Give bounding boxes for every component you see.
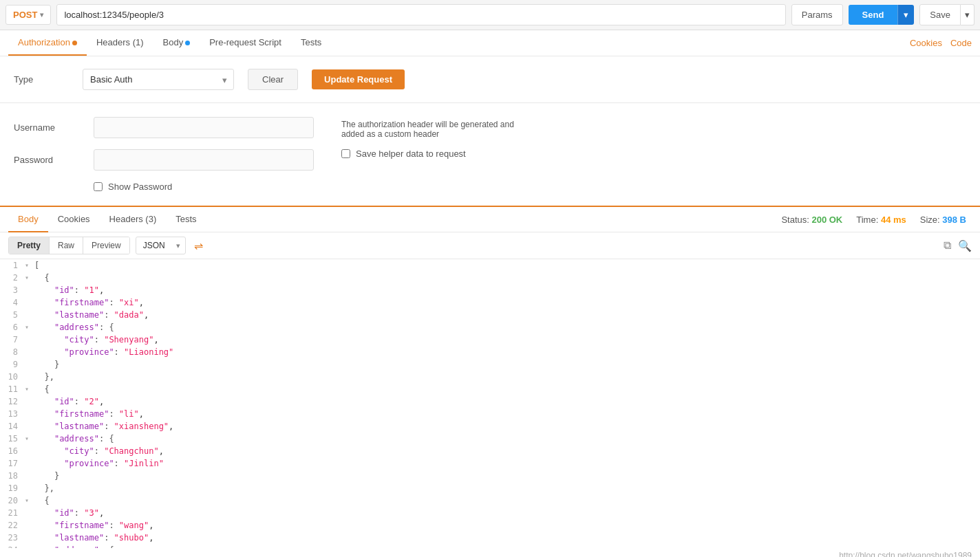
line-content: "city": "Changchun", <box>34 445 980 457</box>
line-content: [ <box>34 259 980 272</box>
cookies-link[interactable]: Cookies <box>910 38 942 48</box>
tab-authorization-label: Authorization <box>18 37 70 47</box>
resp-tab-tests[interactable]: Tests <box>166 207 206 232</box>
resp-tab-headers[interactable]: Headers (3) <box>100 207 167 232</box>
send-dropdown-button[interactable]: ▾ <box>897 5 914 25</box>
line-number: 23 <box>0 532 25 544</box>
collapse-arrow[interactable]: ▾ <box>25 259 34 272</box>
line-content: { <box>34 272 980 284</box>
line-content: "province": "Liaoning" <box>34 346 980 358</box>
format-button-group: Pretty Raw Preview <box>8 237 130 254</box>
show-password-row: Show Password <box>94 182 314 192</box>
line-content: "lastname": "xiansheng", <box>34 420 980 433</box>
send-group: Send ▾ <box>849 5 915 25</box>
collapse-arrow[interactable]: ▾ <box>25 272 34 284</box>
collapse-arrow[interactable]: ▾ <box>25 433 34 445</box>
password-row: Password <box>14 149 314 171</box>
params-button[interactable]: Params <box>791 4 843 25</box>
code-line-19: 19 }, <box>0 482 980 494</box>
format-bar: Pretty Raw Preview JSON XML HTML Text ⇌ … <box>0 232 980 259</box>
line-content: "lastname": "dada", <box>34 309 980 321</box>
resp-tab-body-label: Body <box>18 214 39 224</box>
request-tabs: Authorization Headers (1) Body Pre-reque… <box>0 30 980 56</box>
line-content: "id": "3", <box>34 507 980 519</box>
save-button[interactable]: Save <box>919 4 961 25</box>
collapse-arrow[interactable]: ▾ <box>25 544 34 548</box>
size-value: 398 B <box>942 215 966 225</box>
show-password-checkbox[interactable] <box>94 182 103 191</box>
line-number: 10 <box>0 371 25 383</box>
line-content: "province": "Jinlin" <box>34 457 980 470</box>
type-select[interactable]: Basic Auth Bearer Token API Key No Auth <box>83 69 234 90</box>
copy-button[interactable]: ⧉ <box>944 239 951 252</box>
line-number: 11 <box>0 383 25 395</box>
resp-tab-body[interactable]: Body <box>8 207 48 232</box>
collapse-arrow[interactable]: ▾ <box>25 494 34 507</box>
line-number: 20 <box>0 494 25 507</box>
line-content: }, <box>34 371 980 383</box>
code-line-24: 24▾ "address": { <box>0 544 980 548</box>
code-link[interactable]: Code <box>950 38 972 48</box>
watermark: http://blog.csdn.net/wangshubo1989 <box>0 548 980 557</box>
time-prefix: Time: 44 ms <box>856 215 906 225</box>
search-button[interactable]: 🔍 <box>958 239 972 252</box>
line-number: 5 <box>0 309 25 321</box>
request-tabs-right: Cookies Code <box>910 38 972 48</box>
tab-headers[interactable]: Headers (1) <box>87 30 153 56</box>
raw-button[interactable]: Raw <box>50 237 83 254</box>
line-number: 7 <box>0 334 25 346</box>
line-content: "id": "1", <box>34 284 980 296</box>
method-selector[interactable]: POST ▾ <box>6 5 51 25</box>
pretty-button[interactable]: Pretty <box>9 237 50 254</box>
tab-tests-label: Tests <box>301 37 321 47</box>
clear-button[interactable]: Clear <box>248 69 298 90</box>
show-password-label[interactable]: Show Password <box>108 182 172 192</box>
code-line-16: 16 "city": "Changchun", <box>0 445 980 457</box>
helper-data-label[interactable]: Save helper data to request <box>356 149 466 159</box>
auth-note: The authorization header will be generat… <box>341 120 534 139</box>
wrap-icon[interactable]: ⇌ <box>194 239 203 252</box>
code-line-22: 22 "firstname": "wang", <box>0 519 980 532</box>
update-request-button[interactable]: Update Request <box>312 69 405 89</box>
code-line-9: 9 } <box>0 358 980 371</box>
code-line-20: 20▾ { <box>0 494 980 507</box>
status-value: 200 OK <box>811 215 842 225</box>
save-dropdown-button[interactable]: ▾ <box>961 4 974 25</box>
method-label: POST <box>13 10 37 20</box>
code-line-18: 18 } <box>0 470 980 482</box>
tab-prerequest[interactable]: Pre-request Script <box>200 30 291 56</box>
tab-tests[interactable]: Tests <box>291 30 331 56</box>
tab-body[interactable]: Body <box>153 30 200 56</box>
auth-fields: Username Password Show Password The auth… <box>0 103 980 206</box>
body-dot <box>185 41 190 45</box>
line-number: 6 <box>0 321 25 334</box>
preview-button[interactable]: Preview <box>83 237 129 254</box>
tab-authorization[interactable]: Authorization <box>8 30 87 56</box>
line-content: "firstname": "wang", <box>34 519 980 532</box>
resp-tab-cookies-label: Cookies <box>58 214 90 224</box>
code-line-4: 4 "firstname": "xi", <box>0 296 980 309</box>
line-number: 9 <box>0 358 25 371</box>
username-input[interactable] <box>94 117 314 138</box>
code-line-5: 5 "lastname": "dada", <box>0 309 980 321</box>
url-input[interactable] <box>56 4 785 25</box>
collapse-arrow[interactable]: ▾ <box>25 321 34 334</box>
line-number: 17 <box>0 457 25 470</box>
send-button[interactable]: Send <box>849 5 898 25</box>
code-line-11: 11▾ { <box>0 383 980 395</box>
helper-data-checkbox[interactable] <box>341 149 350 158</box>
line-number: 13 <box>0 408 25 420</box>
line-content: "firstname": "xi", <box>34 296 980 309</box>
line-content: "lastname": "shubo", <box>34 532 980 544</box>
line-number: 16 <box>0 445 25 457</box>
code-line-8: 8 "province": "Liaoning" <box>0 346 980 358</box>
code-line-12: 12 "id": "2", <box>0 395 980 408</box>
line-content: "firstname": "li", <box>34 408 980 420</box>
line-number: 14 <box>0 420 25 433</box>
format-select[interactable]: JSON XML HTML Text <box>136 237 186 254</box>
resp-tab-cookies[interactable]: Cookies <box>48 207 100 232</box>
method-dropdown-arrow: ▾ <box>40 11 43 19</box>
password-input[interactable] <box>94 149 314 171</box>
time-value: 44 ms <box>881 215 906 225</box>
collapse-arrow[interactable]: ▾ <box>25 383 34 395</box>
